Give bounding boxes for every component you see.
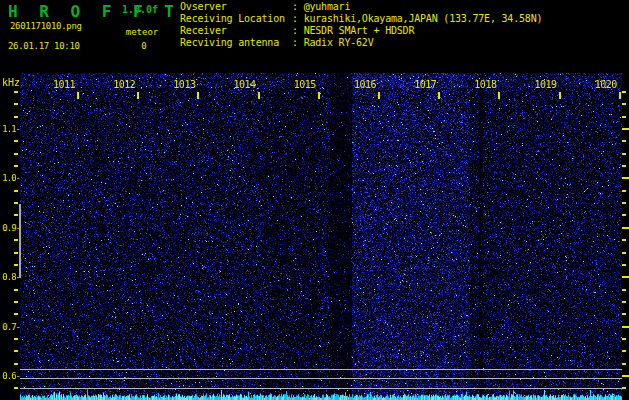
capture-datetime: 26.01.17 10:10 [8,41,80,51]
time-tick-mark [258,92,260,99]
freq-tick-label: 0.7- [0,322,20,332]
freq-tick-left [14,202,18,204]
freq-tick-right [622,153,626,155]
time-tick-label: 1018 [468,79,502,90]
freq-tick-left [14,91,18,93]
freq-tick-label: 0.6- [0,371,20,381]
time-tick-label: 1019 [529,79,563,90]
freq-tick-right [622,326,629,328]
freq-tick-right [622,177,629,179]
freq-tick-left [14,190,18,192]
freq-tick-right [622,313,626,315]
freq-tick-left [14,239,18,241]
freq-tick-label: 1.1- [0,124,20,134]
freq-tick-left [14,301,18,303]
freq-tick-right [622,227,629,229]
freq-tick-right [622,239,626,241]
freq-tick-right [622,103,626,105]
app-version: 1.0.0f [122,4,158,15]
freq-tick-right [622,252,626,254]
freq-tick-right [622,289,626,291]
station-info-label: Receiver [180,25,292,37]
station-info-value: : NESDR SMArt + HDSDR [292,25,414,36]
time-tick-mark [197,92,199,99]
time-tick-label: 1012 [107,79,141,90]
time-tick-label: 1011 [47,79,81,90]
freq-tick-left [14,350,18,352]
freq-tick-right [622,264,626,266]
freq-tick-right [622,301,626,303]
time-tick-mark [438,92,440,99]
station-info-label: Recviving antenna [180,37,292,49]
freq-tick-label: 0.9- [0,223,20,233]
time-tick-label: 1014 [228,79,262,90]
freq-tick-right [622,202,626,204]
time-tick-mark [318,92,320,99]
freq-tick-right [622,338,626,340]
freq-tick-left [14,214,18,216]
freq-tick-right [622,276,629,278]
freq-tick-right [622,350,626,352]
meteor-count: 0 [138,41,150,51]
freq-tick-left [14,252,18,254]
freq-tick-left [14,103,18,105]
time-tick-label: 1016 [348,79,382,90]
time-tick-mark [498,92,500,99]
time-tick-mark [378,92,380,99]
time-tick-mark [619,92,621,99]
station-info-row: Receiving Location: kurashiki,Okayama,JA… [180,13,542,25]
freq-tick-right [622,387,626,389]
station-info: Ovserver: @yuhmariReceiving Location: ku… [180,1,542,49]
freq-tick-right [622,363,626,365]
station-info-value: : kurashiki,Okayama,JAPAN (133.77E, 34.5… [292,13,542,24]
freq-axis-unit-label: kHz [2,77,20,88]
station-info-label: Ovserver [180,1,292,13]
freq-tick-left [14,363,18,365]
freq-tick-left [14,289,18,291]
freq-tick-right [622,375,629,377]
freq-tick-left [14,116,18,118]
freq-tick-left [14,387,18,389]
freq-tick-right [622,91,626,93]
freq-tick-right [622,165,626,167]
freq-tick-left [14,313,18,315]
time-tick-label: 1015 [288,79,322,90]
station-info-row: Recviving antenna: Radix RY-62V [180,37,542,49]
time-tick-label: 1013 [167,79,201,90]
meteor-mode-label: meteor [122,27,162,37]
meteor-band-marker [19,204,21,278]
freq-tick-left [14,140,18,142]
freq-tick-right [622,214,626,216]
station-info-row: Receiver: NESDR SMArt + HDSDR [180,25,542,37]
freq-tick-left [14,153,18,155]
freq-tick-right [622,190,626,192]
freq-tick-left [14,165,18,167]
spectrogram-canvas [20,73,622,400]
station-info-label: Receiving Location [180,13,292,25]
freq-tick-left [14,338,18,340]
capture-filename: 2601171010.png [10,21,82,31]
time-tick-mark [77,92,79,99]
freq-tick-right [622,116,626,118]
time-tick-mark [559,92,561,99]
time-tick-mark [137,92,139,99]
freq-tick-right [622,140,626,142]
station-info-value: : @yuhmari [292,1,350,12]
station-info-row: Ovserver: @yuhmari [180,1,542,13]
freq-tick-right [622,128,629,130]
freq-tick-label: 1.0- [0,173,20,183]
station-info-value: : Radix RY-62V [292,37,374,48]
freq-tick-left [14,264,18,266]
time-tick-label: 1017 [408,79,442,90]
freq-tick-label: 0.8- [0,272,20,282]
hrofft-window: H R O F F T 1.0.0f 2601171010.png meteor… [0,0,629,400]
time-tick-label: 1020 [589,79,623,90]
